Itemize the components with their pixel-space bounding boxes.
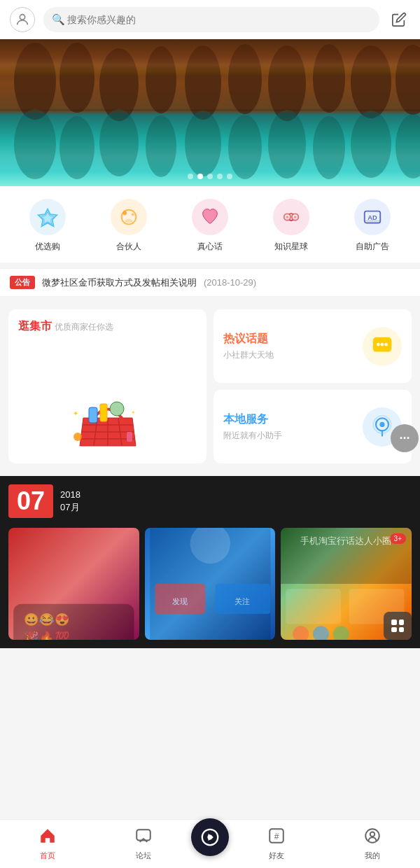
- svg-text:关注: 关注: [234, 597, 250, 606]
- market-title: 逛集市: [18, 320, 52, 332]
- announcement-text: 微梦社区金币获取方式及发帖相关说明: [42, 276, 197, 289]
- svg-text:#: #: [274, 832, 279, 841]
- svg-point-16: [146, 115, 176, 177]
- forum-icon: [134, 827, 153, 848]
- card-market[interactable]: 逛集市 优质商家任你选: [8, 309, 206, 463]
- banner-dot-3[interactable]: [207, 174, 213, 179]
- zhishi-label: 知识星球: [274, 241, 308, 253]
- quick-icon-zhenxin[interactable]: 真心话: [169, 199, 251, 253]
- svg-point-10: [351, 46, 391, 118]
- search-bar[interactable]: 🔍: [43, 7, 379, 32]
- announcement-date: (2018-10-29): [204, 277, 256, 288]
- svg-point-2: [14, 43, 56, 120]
- card-topics-text: 热议话题 小社群大天地: [223, 332, 274, 361]
- nav-forum[interactable]: 论坛: [96, 827, 192, 861]
- svg-point-20: [313, 116, 345, 179]
- ad-label: 自助广告: [356, 241, 389, 253]
- svg-point-18: [228, 115, 262, 179]
- card-topics[interactable]: 热议话题 小社群大天地: [214, 309, 412, 383]
- svg-rect-45: [100, 404, 107, 421]
- svg-point-79: [209, 835, 212, 839]
- svg-rect-44: [89, 407, 97, 423]
- grid-view-button[interactable]: [384, 612, 412, 640]
- ad-icon: AD: [354, 199, 391, 235]
- svg-point-9: [313, 44, 345, 113]
- svg-rect-48: [127, 432, 132, 442]
- date-block: 07 2018 07月: [8, 484, 412, 518]
- banner-dot-4[interactable]: [217, 174, 223, 179]
- svg-point-14: [59, 116, 94, 179]
- home-icon: [38, 827, 57, 848]
- home-label: 首页: [40, 850, 55, 861]
- topics-icon: [363, 327, 402, 366]
- svg-rect-71: [286, 589, 342, 624]
- svg-text:AD: AD: [368, 214, 377, 221]
- avatar-button[interactable]: [10, 7, 35, 32]
- svg-text:手机淘宝行话达人小圈: 手机淘宝行话达人小圈: [301, 536, 392, 546]
- friends-label: 好友: [269, 850, 284, 861]
- svg-rect-12: [0, 109, 420, 111]
- svg-point-19: [268, 110, 306, 178]
- mine-icon: [363, 827, 382, 848]
- svg-point-83: [370, 832, 375, 837]
- more-button[interactable]: ···: [391, 424, 419, 452]
- nav-discover[interactable]: [191, 832, 229, 856]
- banner-dot-1[interactable]: [188, 174, 193, 179]
- svg-point-75: [333, 626, 349, 640]
- svg-point-57: [379, 421, 384, 426]
- svg-point-31: [286, 216, 289, 218]
- svg-point-17: [185, 111, 221, 176]
- svg-point-13: [14, 109, 56, 179]
- svg-point-46: [110, 402, 124, 416]
- svg-point-32: [294, 216, 297, 218]
- topics-title: 热议话题: [223, 332, 274, 346]
- compose-button[interactable]: [388, 8, 410, 31]
- svg-point-54: [381, 342, 384, 346]
- quick-icon-ad[interactable]: AD 自助广告: [332, 199, 413, 253]
- huoban-label: 合伙人: [116, 241, 141, 253]
- svg-point-47: [74, 433, 82, 441]
- nav-mine[interactable]: 我的: [325, 827, 421, 861]
- quick-icon-huoban[interactable]: 合伙人: [88, 199, 169, 253]
- bottom-nav: 首页 论坛 # 好友: [0, 819, 420, 868]
- zhishi-icon: [273, 199, 309, 235]
- quick-icon-zhishi[interactable]: 知识星球: [251, 199, 332, 253]
- svg-point-74: [313, 626, 329, 640]
- announcement-badge: 公告: [10, 276, 35, 289]
- card-local-text: 本地服务 附近就有小助手: [223, 412, 282, 442]
- content-strip: 07 2018 07月 😀😂😍 🎉🔥💯 ♥ ♦ ♣ ♠ 发现 关注: [0, 476, 420, 648]
- local-subtitle: 附近就有小助手: [223, 430, 282, 442]
- svg-point-55: [384, 342, 388, 346]
- svg-text:·: ·: [80, 419, 81, 424]
- quick-icons-section: 优选购 合伙人 真心话: [0, 186, 420, 262]
- svg-point-7: [228, 44, 262, 114]
- basket-illustration: ✦ ✦ ·: [69, 386, 146, 456]
- banner[interactable]: [0, 39, 420, 186]
- search-input[interactable]: [43, 7, 379, 32]
- banner-dot-5[interactable]: [227, 174, 232, 179]
- svg-point-28: [125, 219, 132, 223]
- nav-home[interactable]: 首页: [0, 827, 96, 861]
- svg-point-27: [132, 213, 134, 216]
- date-ym: 2018 07月: [60, 489, 80, 514]
- svg-point-82: [365, 829, 379, 843]
- svg-text:✦: ✦: [73, 410, 78, 417]
- svg-point-6: [185, 46, 221, 120]
- grid-icon: [391, 620, 404, 632]
- mine-label: 我的: [365, 850, 380, 861]
- youxuan-label: 优选购: [35, 241, 60, 253]
- content-card-1[interactable]: 😀😂😍 🎉🔥💯 ♥ ♦ ♣ ♠: [8, 528, 139, 640]
- discover-button[interactable]: [191, 818, 229, 856]
- content-card-2[interactable]: 发现 关注: [145, 528, 276, 640]
- banner-dot-2[interactable]: [197, 174, 203, 179]
- svg-text:😀😂😍: 😀😂😍: [24, 612, 70, 627]
- svg-point-0: [20, 15, 24, 20]
- market-subtitle: 优质商家任你选: [55, 322, 113, 332]
- header: 🔍: [0, 0, 420, 39]
- quick-icon-youxuan[interactable]: 优选购: [7, 199, 88, 253]
- card-local[interactable]: 本地服务 附近就有小助手 ···: [214, 390, 412, 463]
- banner-dots: [188, 174, 232, 179]
- announcement-bar[interactable]: 公告 微梦社区金币获取方式及发帖相关说明 (2018-10-29): [0, 268, 420, 297]
- local-title: 本地服务: [223, 412, 282, 427]
- nav-friends[interactable]: # 好友: [229, 827, 325, 861]
